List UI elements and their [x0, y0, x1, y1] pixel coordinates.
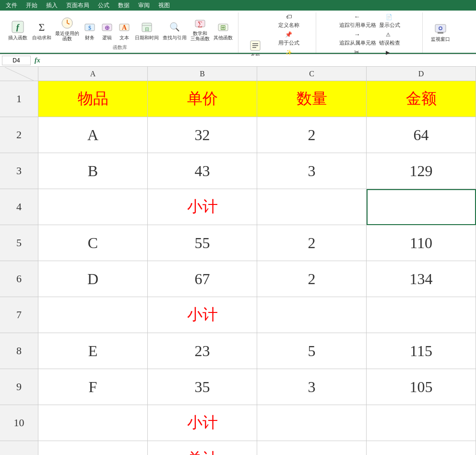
math-button[interactable]: ∑ 数学和 三角函数: [189, 15, 211, 42]
cell[interactable]: [38, 297, 148, 333]
error-check-button[interactable]: ⚠ 错误检查: [378, 30, 401, 47]
cell[interactable]: 32: [148, 117, 257, 153]
cell[interactable]: [367, 189, 476, 225]
cell[interactable]: 5: [257, 333, 367, 369]
table-row: 2A32264: [0, 117, 476, 153]
cell[interactable]: 数量: [257, 81, 367, 117]
menu-page-layout[interactable]: 页面布局: [62, 0, 93, 11]
cell[interactable]: 小计: [148, 297, 257, 333]
cell[interactable]: [257, 441, 367, 455]
menu-view[interactable]: 视图: [155, 0, 174, 11]
svg-text:ƒ: ƒ: [16, 23, 20, 32]
finance-button[interactable]: $ 财务: [82, 19, 98, 42]
cell[interactable]: 2: [257, 261, 367, 297]
cell[interactable]: 3: [257, 369, 367, 405]
cell-reference-input[interactable]: D4: [2, 56, 31, 65]
cell[interactable]: B: [38, 153, 148, 189]
lookup-button[interactable]: 查找与引用: [161, 19, 188, 42]
cell[interactable]: C: [38, 225, 148, 261]
cell[interactable]: 134: [367, 261, 476, 297]
menu-data[interactable]: 数据: [114, 0, 133, 11]
cell[interactable]: 金额: [367, 81, 476, 117]
svg-line-14: [176, 28, 179, 31]
cell[interactable]: [367, 297, 476, 333]
cell[interactable]: 55: [148, 225, 257, 261]
menu-insert[interactable]: 插入: [42, 0, 61, 11]
cell[interactable]: E: [38, 333, 148, 369]
spreadsheet: A B C D 1物品单价数量金额2A322643B4331294小计5C552…: [0, 67, 476, 455]
col-header-b[interactable]: B: [148, 67, 257, 81]
cell[interactable]: D: [38, 261, 148, 297]
cell[interactable]: 2: [257, 117, 367, 153]
cell[interactable]: [257, 189, 367, 225]
menu-file[interactable]: 文件: [2, 0, 21, 11]
watch-window-button[interactable]: 监视窗口: [429, 21, 452, 43]
cell[interactable]: [38, 441, 148, 455]
define-name-label: 定义名称: [278, 22, 299, 29]
table-row: 8E235115: [0, 333, 476, 369]
row-number: 4: [0, 189, 38, 225]
cell[interactable]: 35: [148, 369, 257, 405]
menu-home[interactable]: 开始: [22, 0, 41, 11]
table-row: 11总计: [0, 441, 476, 455]
other-functions-button[interactable]: ⊞ 其他函数: [212, 19, 234, 42]
cell[interactable]: [38, 405, 148, 441]
recent-functions-button[interactable]: 最近使用的 函数: [54, 15, 81, 42]
cell[interactable]: 总计: [148, 441, 257, 455]
trace-precedents-button[interactable]: ← 追踪引用单元格: [338, 12, 377, 29]
logic-button[interactable]: ⊕ 逻辑: [99, 19, 115, 42]
math-label: 数学和 三角函数: [190, 31, 210, 41]
cell[interactable]: 小计: [148, 189, 257, 225]
cell[interactable]: 43: [148, 153, 257, 189]
cell[interactable]: 105: [367, 369, 476, 405]
cell[interactable]: 23: [148, 333, 257, 369]
cell[interactable]: 64: [367, 117, 476, 153]
menu-bar: 文件 开始 插入 页面布局 公式 数据 审阅 视图: [0, 0, 476, 11]
cell[interactable]: [257, 297, 367, 333]
menu-formula[interactable]: 公式: [94, 0, 113, 11]
cell[interactable]: [367, 441, 476, 455]
svg-text:A: A: [122, 24, 127, 31]
text-button[interactable]: A 文本: [116, 19, 132, 42]
cell[interactable]: 2: [257, 225, 367, 261]
svg-text:⊞: ⊞: [220, 24, 226, 31]
cell[interactable]: 单价: [148, 81, 257, 117]
cell[interactable]: [257, 405, 367, 441]
row-num-header-corner: [0, 67, 38, 81]
cell[interactable]: 67: [148, 261, 257, 297]
cell[interactable]: 物品: [38, 81, 148, 117]
formula-input[interactable]: [44, 56, 474, 65]
cell[interactable]: [38, 189, 148, 225]
autosum-button[interactable]: Σ 自动求和: [31, 19, 53, 42]
use-in-formula-button[interactable]: 📌 用于公式: [267, 30, 311, 47]
show-formulas-label: 显示公式: [379, 22, 400, 29]
menu-review[interactable]: 审阅: [134, 0, 154, 11]
cell[interactable]: 小计: [148, 405, 257, 441]
trace-dependents-label: 追踪从属单元格: [339, 39, 376, 47]
cell[interactable]: 3: [257, 153, 367, 189]
row-number: 9: [0, 369, 38, 405]
trace-dependents-button[interactable]: → 追踪从属单元格: [338, 30, 377, 47]
other-functions-label: 其他函数: [214, 35, 233, 41]
row-number: 5: [0, 225, 38, 261]
col-header-c[interactable]: C: [257, 67, 367, 81]
cell[interactable]: [367, 405, 476, 441]
insert-function-label: 插入函数: [8, 35, 27, 41]
insert-function-button[interactable]: ƒ 插入函数: [6, 19, 30, 42]
svg-text:日: 日: [145, 27, 149, 32]
cell[interactable]: 129: [367, 153, 476, 189]
datetime-button[interactable]: 日 日期和时间: [133, 19, 160, 42]
cell[interactable]: A: [38, 117, 148, 153]
table-row: 7小计: [0, 297, 476, 333]
use-in-formula-label: 用于公式: [278, 39, 299, 47]
show-formulas-button[interactable]: 📄 显示公式: [378, 12, 401, 29]
autosum-label: 自动求和: [32, 35, 51, 41]
col-header-d[interactable]: D: [367, 67, 476, 81]
cell[interactable]: 110: [367, 225, 476, 261]
lookup-label: 查找与引用: [163, 35, 187, 41]
col-header-a[interactable]: A: [38, 67, 148, 81]
svg-text:$: $: [88, 24, 91, 31]
cell[interactable]: 115: [367, 333, 476, 369]
define-name-button[interactable]: 🏷 定义名称: [267, 12, 311, 29]
cell[interactable]: F: [38, 369, 148, 405]
